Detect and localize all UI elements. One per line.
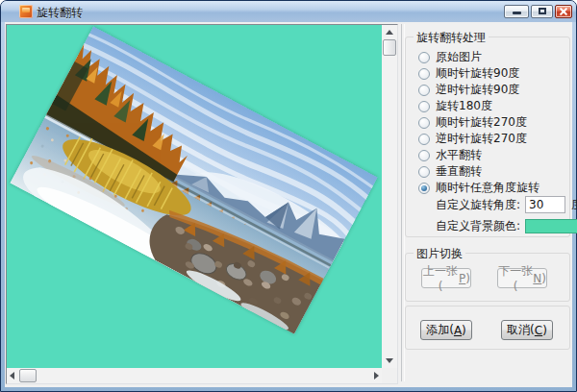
radio-option-7[interactable]: 水平翻转 [418,147,565,163]
next-mnemonic: N [533,272,541,285]
window-frame: 旋转翻转 [0,0,577,392]
angle-unit-label: 度 [571,197,577,213]
cancel-label-end: ) [542,324,547,337]
horizontal-scrollbar[interactable] [7,368,382,383]
prev-label: 上一张( [422,263,459,293]
radio-icon [418,166,430,178]
vertical-scrollbar[interactable] [382,25,397,368]
radio-option-4[interactable]: 旋转180度 [418,98,565,114]
scrollbar-corner [382,368,397,383]
cancel-label: 取消( [507,322,535,338]
minimize-button[interactable] [504,5,529,18]
next-label: 下一张( [498,263,533,293]
radio-icon [418,52,430,63]
radio-icon [418,117,430,129]
add-label-end: ) [462,324,466,337]
cancel-mnemonic: C [535,324,542,337]
image-switch-group: 图片切换 上一张(P) 下一张(N) [405,253,570,302]
app-window: 旋转翻转 [0,0,577,392]
add-mnemonic: A [454,324,462,337]
bgcolor-swatch[interactable] [525,219,577,233]
horizontal-scroll-thumb[interactable] [19,369,37,382]
cancel-button[interactable]: 取消(C) [501,320,553,340]
controls-panel: 旋转翻转处理 原始图片 顺时针旋转90度 逆时针旋转90度 旋转180度 顺时针… [403,22,572,387]
prev-mnemonic: P [459,272,465,285]
prev-label-end: ) [465,272,470,285]
rotate-flip-group-title: 旋转翻转处理 [414,30,489,46]
radio-icon [418,68,430,80]
titlebar[interactable]: 旋转翻转 [1,1,576,22]
custom-angle-row: 自定义旋转角度: 度 [436,195,577,214]
custom-bgcolor-row: 自定义背景颜色: [436,216,577,235]
radio-option-1[interactable]: 原始图片 [418,49,565,65]
landscape-photo-svg [10,26,378,334]
arrow-up-icon [386,30,393,35]
radio-icon [418,101,430,112]
angle-label: 自定义旋转角度: [436,197,520,213]
angle-input[interactable] [525,196,565,213]
scroll-down-button[interactable] [382,353,397,368]
rotate-flip-group: 旋转翻转处理 原始图片 顺时针旋转90度 逆时针旋转90度 旋转180度 顺时针… [405,37,570,237]
radio-icon [418,85,430,96]
radio-option-6[interactable]: 逆时针旋转270度 [418,131,565,147]
radio-option-9[interactable]: 顺时针任意角度旋转 [418,180,565,196]
image-switch-group-title: 图片切换 [414,246,465,262]
window-title: 旋转翻转 [37,5,83,21]
rotate-options-list: 原始图片 顺时针旋转90度 逆时针旋转90度 旋转180度 顺时针旋转270度 … [418,49,565,196]
radio-option-5[interactable]: 顺时针旋转270度 [418,114,565,131]
rotated-photo [10,26,378,334]
radio-icon [418,134,430,145]
radio-option-3[interactable]: 逆时针旋转90度 [418,82,565,98]
bgcolor-label: 自定义背景颜色: [436,218,520,234]
arrow-right-icon [374,372,379,380]
close-icon [559,7,568,16]
minimize-icon [513,12,521,14]
add-button[interactable]: 添加(A) [420,320,472,340]
arrow-down-icon [386,358,393,363]
vertical-scroll-thumb[interactable] [383,39,396,56]
client-area: 旋转翻转处理 原始图片 顺时针旋转90度 逆时针旋转90度 旋转180度 顺时针… [5,22,572,387]
scroll-up-button[interactable] [382,25,397,40]
action-group: 添加(A) 取消(C) [405,306,570,350]
radio-option-8[interactable]: 垂直翻转 [418,163,565,180]
maximize-icon [539,8,546,14]
radio-icon [418,183,430,194]
next-label-end: ) [541,272,546,285]
image-canvas [7,25,382,368]
image-viewer-panel [6,24,398,384]
caption-buttons [504,5,572,18]
next-image-button[interactable]: 下一张(N) [497,268,547,288]
prev-image-button[interactable]: 上一张(P) [421,268,471,288]
add-label: 添加( [426,322,454,338]
scroll-right-button[interactable] [366,368,382,383]
arrow-left-icon [10,372,14,380]
maximize-button[interactable] [531,5,553,18]
radio-option-2[interactable]: 顺时针旋转90度 [418,65,565,82]
app-icon [19,5,33,18]
radio-icon [418,150,430,161]
close-button[interactable] [555,5,572,18]
